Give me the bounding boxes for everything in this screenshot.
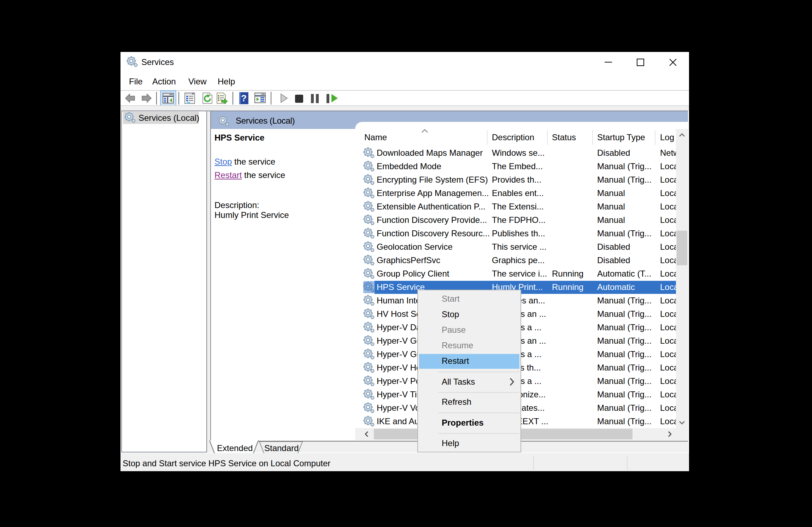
svg-text:?: ? — [241, 93, 247, 103]
